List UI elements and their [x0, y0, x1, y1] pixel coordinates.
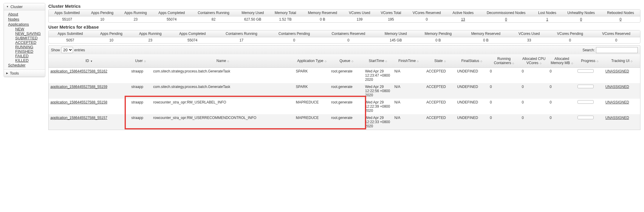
cell-app-type: SPARK: [294, 68, 329, 83]
apps-table-wrapper: ID▼User◇Name◇Application Type◇Queue◇Star…: [48, 54, 640, 130]
application-id-link[interactable]: application_1586445527588_55157: [50, 116, 107, 120]
apps-toolbar: Show 20 entries Search:: [48, 45, 640, 54]
metric-cell: 10: [92, 37, 131, 43]
cell-running-containers: 0: [488, 68, 520, 83]
col-header-starttime[interactable]: StartTime◇: [363, 54, 392, 68]
sidebar-header-tools[interactable]: ▶Tools: [4, 70, 45, 77]
table-row: application_1586445527588_55162straappco…: [49, 68, 640, 83]
col-header: Apps Completed: [152, 10, 191, 16]
cell-tracking-ui: UNASSIGNED: [604, 99, 640, 114]
metric-cell: 55074: [170, 37, 215, 43]
col-header: Apps Pending: [86, 10, 119, 16]
entries-select[interactable]: 20: [61, 47, 73, 53]
col-header: Memory Used: [236, 10, 269, 16]
col-header: Unhealthy Nodes: [561, 10, 601, 16]
tracking-ui-link[interactable]: UNASSIGNED: [606, 85, 629, 89]
cell-state: ACCEPTED: [425, 99, 455, 114]
col-header-running-containers[interactable]: Running Containers◇: [488, 54, 520, 68]
metric-cell: 5057: [49, 37, 92, 43]
metric-link[interactable]: 1: [546, 17, 548, 21]
cell-finishtime: N/A: [393, 83, 425, 99]
sidebar-header-label: Cluster: [10, 4, 23, 9]
cell-alloc-mem: 0: [548, 114, 576, 130]
metric-cell: 0 B: [415, 37, 461, 43]
metric-link[interactable]: 0: [580, 17, 582, 21]
col-header-name[interactable]: Name◇: [151, 54, 294, 68]
col-header: VCores Total: [375, 10, 406, 16]
sidebar-item-accepted[interactable]: ACCEPTED: [15, 40, 43, 45]
search-label: Search:: [583, 48, 595, 52]
col-header: Apps Running: [119, 10, 152, 16]
metric-cell: 23: [131, 37, 170, 43]
application-id-link[interactable]: application_1586445527588_55162: [50, 69, 107, 73]
metric-link[interactable]: 0: [620, 17, 622, 21]
sidebar-item-new_saving[interactable]: NEW_SAVING: [15, 31, 43, 36]
sort-both-icon: ◇: [571, 62, 573, 65]
progress-bar: [578, 116, 594, 119]
col-header-progress[interactable]: Progress◇: [576, 54, 604, 68]
cell-finishtime: N/A: [393, 99, 425, 114]
metric-link[interactable]: 0: [505, 17, 507, 21]
col-header-allocated-cpu-vcores[interactable]: Allocated CPU VCores◇: [520, 54, 548, 68]
metric-cell: 627.50 GB: [236, 16, 269, 22]
sort-both-icon: ◇: [631, 60, 632, 63]
sidebar-item-scheduler[interactable]: Scheduler: [8, 63, 43, 68]
col-header-state[interactable]: State◇: [425, 54, 455, 68]
sidebar-header-cluster[interactable]: ▼Cluster: [4, 3, 45, 10]
sidebar-item-finished[interactable]: FINISHED: [15, 49, 43, 54]
col-header: VCores Pending: [548, 30, 592, 37]
metric-cell: 0: [561, 16, 601, 22]
col-header-user[interactable]: User◇: [129, 54, 151, 68]
col-header: Apps Completed: [170, 30, 215, 37]
cell-progress: [576, 99, 604, 114]
search-input[interactable]: [596, 47, 638, 53]
triangle-down-icon: ▼: [6, 5, 9, 8]
sidebar-item-new[interactable]: NEW: [15, 27, 43, 31]
cell-progress: [576, 114, 604, 130]
metric-cell: 0: [548, 37, 592, 43]
col-header-application-type[interactable]: Application Type◇: [294, 54, 329, 68]
sidebar-item-failed[interactable]: FAILED: [15, 54, 43, 58]
cell-state: ACCEPTED: [425, 68, 455, 83]
triangle-right-icon: ▶: [6, 72, 8, 75]
sidebar-item-killed[interactable]: KILLED: [15, 58, 43, 63]
metric-cell: 0: [479, 16, 533, 22]
cell-user: straapp: [129, 114, 151, 130]
sidebar-item-applications[interactable]: Applications: [8, 22, 43, 27]
col-header-finalstatus[interactable]: FinalStatus◇: [455, 54, 488, 68]
tracking-ui-link[interactable]: UNASSIGNED: [606, 69, 629, 73]
application-id-link[interactable]: application_1586445527588_55159: [50, 85, 107, 89]
metric-link[interactable]: 13: [461, 17, 465, 21]
application-id-link[interactable]: application_1586445527588_55158: [50, 100, 107, 104]
cell-state: ACCEPTED: [425, 83, 455, 99]
col-header: Memory Reserved: [301, 10, 343, 16]
cell-finishtime: N/A: [393, 114, 425, 130]
col-header: Lost Nodes: [533, 10, 561, 16]
sidebar-item-running[interactable]: RUNNING: [15, 45, 43, 49]
col-header-finishtime[interactable]: FinishTime◇: [393, 54, 425, 68]
progress-bar: [578, 85, 594, 88]
col-header-tracking-ui[interactable]: Tracking UI◇: [604, 54, 640, 68]
applications-table: ID▼User◇Name◇Application Type◇Queue◇Star…: [48, 54, 640, 130]
cluster-metrics-title: Cluster Metrics: [48, 4, 640, 9]
cell-progress: [576, 68, 604, 83]
sidebar-item-nodes[interactable]: Nodes: [8, 17, 43, 22]
sort-desc-icon: ▼: [90, 60, 93, 63]
col-header-allocated-memory-mb[interactable]: Allocated Memory MB◇: [548, 54, 576, 68]
cell-running-containers: 0: [488, 114, 520, 130]
col-header-queue[interactable]: Queue◇: [329, 54, 363, 68]
col-header: Apps Running: [131, 30, 170, 37]
tracking-ui-link[interactable]: UNASSIGNED: [606, 116, 629, 120]
cell-alloc-mem: 0: [548, 83, 576, 99]
col-header-id[interactable]: ID▼: [49, 54, 130, 68]
tracking-ui-link[interactable]: UNASSIGNED: [606, 100, 629, 104]
cell-starttime: Wed Apr 29 12:22:56 +0800 2020: [363, 83, 392, 99]
col-header: Decommissioned Nodes: [479, 10, 533, 16]
cell-finalstatus: UNDEFINED: [455, 114, 488, 130]
sort-both-icon: ◇: [512, 62, 514, 65]
sidebar-item-about[interactable]: About: [8, 12, 43, 17]
metric-cell: 10: [86, 16, 119, 22]
sidebar-header-label: Tools: [10, 71, 19, 75]
table-row: application_1586445527588_55159straappco…: [49, 83, 640, 99]
sidebar-item-submitted[interactable]: SUBMITTED: [15, 36, 43, 40]
